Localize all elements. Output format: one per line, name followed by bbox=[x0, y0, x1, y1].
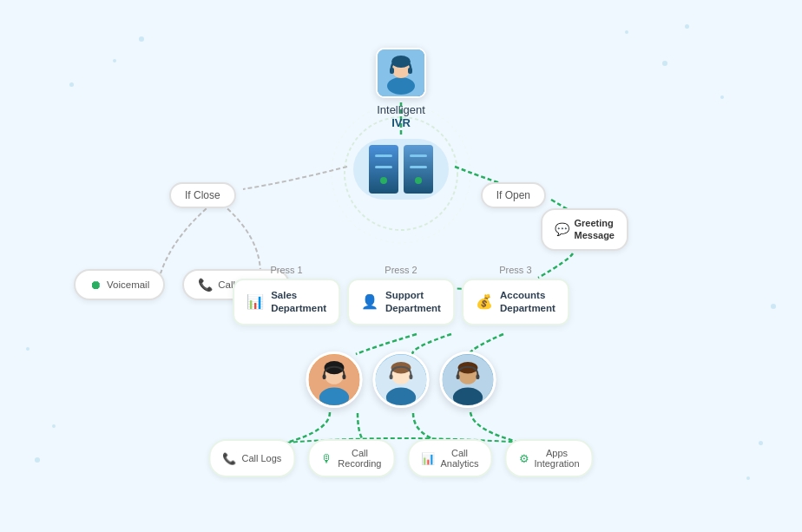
svg-rect-19 bbox=[390, 374, 393, 379]
call-forward-icon: 📞 bbox=[198, 278, 213, 292]
call-logs-label: Call Logs bbox=[241, 453, 281, 463]
svg-point-11 bbox=[319, 387, 349, 406]
call-analytics-label: CallAnalytics bbox=[440, 448, 478, 469]
sales-dept-card: 📊 SalesDepartment bbox=[233, 279, 340, 325]
apps-integration-label: AppsIntegration bbox=[535, 448, 580, 469]
call-analytics-card: 📊 CallAnalytics bbox=[407, 439, 492, 477]
sales-icon: 📊 bbox=[247, 293, 264, 310]
ivr-avatar bbox=[376, 48, 426, 98]
apps-integration-card: ⚙ AppsIntegration bbox=[505, 439, 594, 477]
svg-rect-14 bbox=[343, 374, 346, 379]
greeting-label-line1: Greeting bbox=[575, 217, 615, 229]
svg-rect-20 bbox=[410, 374, 413, 379]
apps-integration-icon: ⚙ bbox=[519, 452, 529, 465]
press-1-label: Press 1 bbox=[270, 265, 302, 275]
if-open-label: If Open bbox=[496, 189, 530, 201]
greeting-label-line2: Message bbox=[575, 229, 615, 241]
svg-point-4 bbox=[387, 77, 415, 95]
voicemail-icon: ⏺ bbox=[89, 278, 102, 292]
support-dept-label: SupportDepartment bbox=[385, 289, 441, 315]
accounts-icon: 💰 bbox=[476, 293, 493, 310]
support-dept-card: 👤 SupportDepartment bbox=[347, 279, 455, 325]
svg-rect-7 bbox=[390, 68, 394, 74]
chat-icon: 💬 bbox=[555, 222, 569, 236]
agent-3-avatar bbox=[440, 351, 496, 408]
if-close-label: If Close bbox=[185, 189, 220, 201]
ivr-diagram: Intelligent IVR If bbox=[0, 0, 802, 532]
svg-point-17 bbox=[386, 387, 416, 406]
call-recording-icon: 🎙 bbox=[321, 452, 332, 465]
call-logs-card: 📞 Call Logs bbox=[208, 439, 295, 477]
call-logs-icon: 📞 bbox=[222, 452, 236, 465]
svg-rect-13 bbox=[323, 374, 326, 379]
if-close-node: If Close bbox=[169, 182, 236, 208]
feature-cards-row: 📞 Call Logs 🎙 CallRecording 📊 CallAnalyt… bbox=[208, 439, 593, 477]
press-1-node: Press 1 📊 SalesDepartment bbox=[233, 265, 340, 325]
call-recording-label: CallRecording bbox=[338, 448, 381, 469]
sales-dept-label: SalesDepartment bbox=[271, 289, 326, 315]
ivr-server-node bbox=[353, 135, 449, 204]
press-2-node: Press 2 👤 SupportDepartment bbox=[347, 265, 455, 325]
press-2-label: Press 2 bbox=[385, 265, 417, 275]
press-3-label: Press 3 bbox=[499, 265, 531, 275]
svg-rect-25 bbox=[457, 374, 460, 379]
accounts-dept-label: AccountsDepartment bbox=[500, 289, 555, 315]
if-open-node: If Open bbox=[481, 182, 546, 208]
voicemail-label: Voicemail bbox=[107, 279, 149, 290]
call-analytics-icon: 📊 bbox=[421, 452, 435, 465]
svg-point-23 bbox=[453, 387, 483, 406]
ivr-top-node: Intelligent IVR bbox=[376, 48, 426, 129]
press-departments-row: Press 1 📊 SalesDepartment Press 2 👤 Supp… bbox=[233, 265, 569, 325]
ivr-bold-label: IVR bbox=[377, 116, 425, 129]
svg-rect-8 bbox=[408, 68, 412, 74]
greeting-message-node: 💬 Greeting Message bbox=[541, 208, 628, 251]
accounts-dept-card: 💰 AccountsDepartment bbox=[462, 279, 569, 325]
voicemail-card: ⏺ Voicemail bbox=[74, 269, 165, 300]
press-3-node: Press 3 💰 AccountsDepartment bbox=[462, 265, 569, 325]
ivr-label: Intelligent IVR bbox=[377, 103, 425, 129]
call-recording-card: 🎙 CallRecording bbox=[307, 439, 395, 477]
agent-2-avatar bbox=[373, 351, 430, 408]
svg-rect-26 bbox=[477, 374, 480, 379]
agent-1-avatar bbox=[306, 351, 363, 408]
support-icon: 👤 bbox=[361, 293, 378, 310]
agents-row bbox=[306, 351, 496, 408]
